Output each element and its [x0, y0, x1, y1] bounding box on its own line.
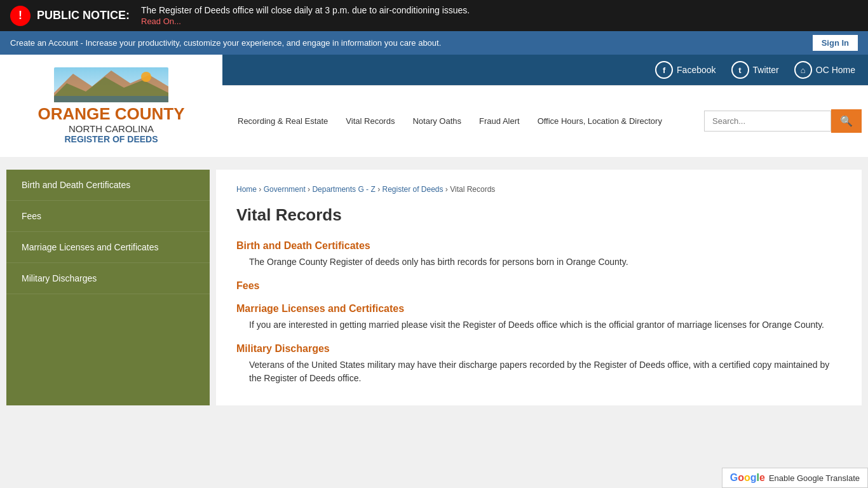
twitter-link[interactable]: t Twitter — [731, 61, 779, 79]
breadcrumb-government[interactable]: Government — [264, 185, 306, 194]
main-wrap: Birth and Death Certificates Fees Marria… — [0, 157, 868, 418]
section-marriage: Marriage Licenses and Certificates If yo… — [236, 303, 841, 332]
notice-content: The Register of Deeds office will close … — [141, 5, 470, 26]
oc-home-link[interactable]: ⌂ OC Home — [794, 61, 855, 79]
social-bar: f Facebook t Twitter ⌂ OC Home — [222, 55, 868, 85]
section-link-military[interactable]: Military Discharges — [236, 343, 841, 355]
page-title: Vital Records — [236, 205, 841, 225]
content-area: Home › Government › Departments G - Z › … — [216, 170, 862, 405]
section-link-fees[interactable]: Fees — [236, 280, 841, 292]
search-input[interactable] — [704, 111, 831, 132]
breadcrumb-current: Vital Records — [450, 185, 495, 194]
logo-state: NORTH CAROLINA — [37, 123, 184, 134]
search-button[interactable]: 🔍 — [831, 109, 862, 133]
nav-item-recording[interactable]: Recording & Real Estate — [229, 110, 337, 132]
section-link-marriage[interactable]: Marriage Licenses and Certificates — [236, 303, 841, 315]
section-link-birth-death[interactable]: Birth and Death Certificates — [236, 240, 841, 252]
twitter-icon: t — [731, 61, 749, 79]
header-right: f Facebook t Twitter ⌂ OC Home Recording… — [222, 55, 868, 157]
header: ORANGE COUNTY NORTH CAROLINA REGISTER OF… — [0, 55, 868, 157]
nav-item-fraud[interactable]: Fraud Alert — [470, 110, 529, 132]
facebook-label: Facebook — [677, 65, 715, 75]
nav-item-notary[interactable]: Notary Oaths — [403, 110, 470, 132]
logo-wrap: ORANGE COUNTY NORTH CAROLINA REGISTER OF… — [37, 67, 184, 144]
logo-svg — [54, 67, 168, 102]
search-wrap: 🔍 — [704, 109, 862, 133]
breadcrumb: Home › Government › Departments G - Z › … — [236, 185, 841, 194]
sidebar: Birth and Death Certificates Fees Marria… — [6, 170, 210, 405]
section-fees: Fees — [236, 280, 841, 292]
sidebar-item-fees[interactable]: Fees — [6, 201, 210, 232]
home-icon: ⌂ — [794, 61, 812, 79]
section-desc-birth-death: The Orange County Register of deeds only… — [236, 255, 841, 269]
notice-read-on-link[interactable]: Read On... — [141, 17, 470, 26]
svg-rect-3 — [54, 96, 168, 102]
twitter-label: Twitter — [753, 65, 779, 75]
notice-text: The Register of Deeds office will close … — [141, 5, 470, 15]
signin-button[interactable]: Sign In — [813, 35, 858, 51]
breadcrumb-departments[interactable]: Departments G - Z — [312, 185, 375, 194]
sidebar-item-military[interactable]: Military Discharges — [6, 263, 210, 294]
notice-bar: PUBLIC NOTICE: The Register of Deeds off… — [0, 0, 868, 31]
account-bar: Create an Account - Increase your produc… — [0, 31, 868, 55]
sidebar-item-birth-death[interactable]: Birth and Death Certificates — [6, 170, 210, 201]
notice-label: PUBLIC NOTICE: — [37, 9, 130, 22]
sidebar-item-marriage[interactable]: Marriage Licenses and Certificates — [6, 232, 210, 263]
svg-point-4 — [141, 72, 151, 82]
section-military: Military Discharges Veterans of the Unit… — [236, 343, 841, 385]
nav-item-office[interactable]: Office Hours, Location & Directory — [529, 110, 671, 132]
breadcrumb-rod[interactable]: Register of Deeds — [382, 185, 443, 194]
breadcrumb-home[interactable]: Home — [236, 185, 257, 194]
section-desc-military: Veterans of the United States military m… — [236, 358, 841, 385]
account-bar-text: Create an Account - Increase your produc… — [10, 38, 441, 48]
logo-county: ORANGE COUNTY — [37, 105, 184, 123]
section-birth-death: Birth and Death Certificates The Orange … — [236, 240, 841, 269]
notice-icon — [10, 6, 31, 26]
section-desc-marriage: If you are interested in getting married… — [236, 318, 841, 332]
facebook-icon: f — [655, 61, 673, 79]
facebook-link[interactable]: f Facebook — [655, 61, 715, 79]
nav-item-vital[interactable]: Vital Records — [337, 110, 403, 132]
logo-rod: REGISTER OF DEEDS — [37, 134, 184, 144]
logo-area: ORANGE COUNTY NORTH CAROLINA REGISTER OF… — [0, 55, 222, 157]
nav-bar: Recording & Real Estate Vital Records No… — [222, 85, 868, 157]
breadcrumb-sep-1: › — [259, 185, 263, 194]
oc-home-label: OC Home — [816, 65, 855, 75]
